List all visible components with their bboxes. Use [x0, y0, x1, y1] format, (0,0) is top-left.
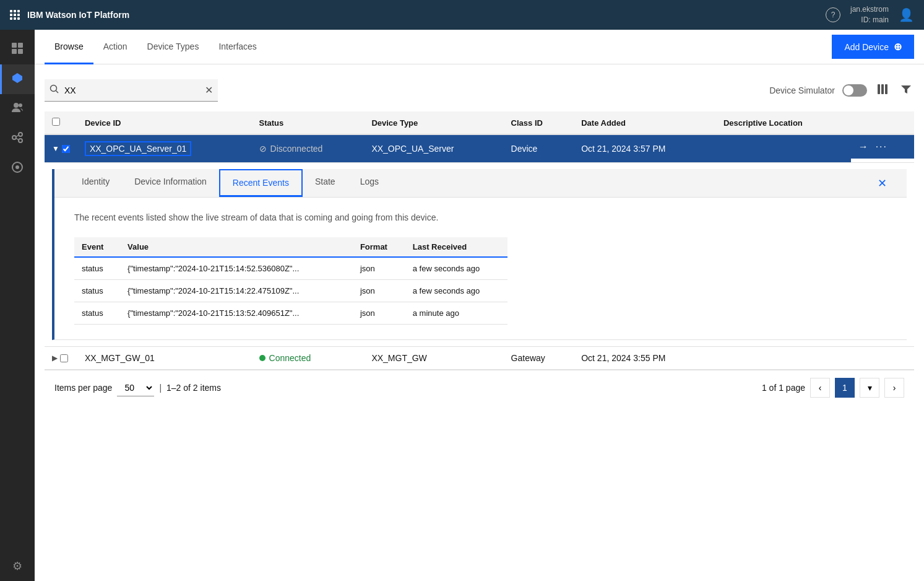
- sub-tab-state[interactable]: State: [303, 169, 348, 197]
- table-header: Device ID Status Device Type Class ID Da…: [45, 111, 914, 134]
- connected-dot-icon: [259, 355, 266, 361]
- header-date-added: Date Added: [574, 111, 716, 134]
- sidebar-item-apps[interactable]: [0, 35, 35, 64]
- sidebar-item-devices[interactable]: [0, 64, 35, 94]
- svg-rect-18: [885, 84, 887, 94]
- apps-icon: [12, 43, 23, 57]
- sub-tab-device-information[interactable]: Device Information: [122, 169, 219, 197]
- user-avatar-icon[interactable]: 👤: [899, 7, 914, 22]
- user-id: ID: main: [850, 15, 889, 25]
- row1-device-id: XX_OPC_UA_Server_01: [77, 134, 252, 163]
- disconnected-icon: ⊘: [259, 144, 267, 154]
- row1-device-type: XX_OPC_UA_Server: [364, 134, 503, 163]
- row1-more-icon[interactable]: ···: [876, 141, 887, 152]
- svg-point-14: [51, 85, 57, 92]
- username: jan.ekstrom: [850, 4, 889, 15]
- svg-point-8: [19, 133, 22, 136]
- device-simulator-label: Device Simulator: [769, 85, 835, 95]
- event3-value: {"timestamp":"2024-10-21T15:13:52.409651…: [120, 302, 353, 325]
- pagination-right: 1 of 1 page ‹ 1 ▾ ›: [762, 378, 904, 398]
- search-input[interactable]: [64, 85, 200, 95]
- device-simulator-toggle[interactable]: [842, 84, 867, 97]
- row1-navigate-icon[interactable]: →: [858, 141, 868, 152]
- event1-last-received: a few seconds ago: [405, 257, 507, 280]
- clear-search-icon[interactable]: ✕: [205, 84, 213, 96]
- svg-point-9: [19, 139, 22, 142]
- svg-point-13: [15, 165, 19, 169]
- events-col-value: Value: [120, 237, 353, 257]
- svg-point-5: [14, 103, 19, 108]
- header-class-id: Class ID: [504, 111, 574, 134]
- content-area: ✕ Device Simulator: [35, 64, 924, 415]
- row1-checkbox[interactable]: [62, 145, 70, 153]
- row2-device-type: XX_MGT_GW: [364, 347, 503, 370]
- close-expand-icon[interactable]: ✕: [873, 172, 892, 195]
- row2-status: Connected: [252, 347, 365, 370]
- members-icon: [11, 102, 24, 117]
- events-col-event: Event: [74, 237, 120, 257]
- sub-tab-recent-events[interactable]: Recent Events: [219, 169, 303, 197]
- event3-last-received: a minute ago: [405, 302, 507, 325]
- events-table-body: status {"timestamp":"2024-10-21T15:14:52…: [74, 257, 507, 325]
- items-per-page-label: Items per page: [54, 383, 112, 393]
- add-device-button[interactable]: Add Device ⊕: [832, 35, 914, 59]
- svg-point-7: [12, 136, 16, 139]
- user-info: jan.ekstrom ID: main: [850, 4, 889, 25]
- table-row-2[interactable]: ▶ XX_MGT_GW_01 Connected XX_MGT_GW Gatew…: [45, 347, 914, 370]
- table-body: ▼ XX_OPC_UA_Server_01 ⊘ Disconnected XX_…: [45, 134, 914, 370]
- sub-tab-logs[interactable]: Logs: [348, 169, 391, 197]
- sidebar-item-members[interactable]: [0, 94, 35, 124]
- pagination-bar: Items per page 50 25 100 | 1–2 of 2 item…: [45, 370, 914, 405]
- expand-panel-row: Identity Device Information Recent Event…: [45, 163, 914, 347]
- page-dropdown-button[interactable]: ▾: [860, 378, 879, 398]
- row2-checkbox[interactable]: [60, 354, 68, 362]
- items-per-page-select[interactable]: 50 25 100: [117, 380, 154, 396]
- pagination-separator: |: [159, 383, 162, 393]
- help-icon[interactable]: ?: [826, 7, 840, 22]
- page-info: 1 of 1 page: [762, 383, 805, 393]
- prev-page-button[interactable]: ‹: [810, 378, 830, 398]
- header-actions: [851, 111, 914, 134]
- event2-format: json: [353, 280, 405, 302]
- next-page-button[interactable]: ›: [884, 378, 904, 398]
- sub-tab-identity[interactable]: Identity: [69, 169, 122, 197]
- search-icon: [50, 84, 59, 96]
- select-all-checkbox[interactable]: [52, 118, 60, 126]
- nav-tabs: Browse Action Device Types Interfaces: [45, 30, 267, 64]
- tab-action[interactable]: Action: [93, 30, 137, 64]
- events-description: The recent events listed show the live s…: [74, 212, 887, 222]
- tab-device-types[interactable]: Device Types: [137, 30, 209, 64]
- header-checkbox-cell: [45, 111, 77, 134]
- columns-icon[interactable]: [874, 81, 891, 100]
- svg-line-10: [16, 135, 19, 137]
- row1-expand-cell: ▼: [45, 134, 77, 163]
- tab-browse[interactable]: Browse: [45, 30, 93, 64]
- sidebar: ⚙: [0, 30, 35, 581]
- svg-rect-3: [18, 49, 23, 54]
- events-table: Event Value Format Last Received: [74, 237, 507, 325]
- sidebar-item-analytics[interactable]: [0, 154, 35, 183]
- table-row[interactable]: ▼ XX_OPC_UA_Server_01 ⊘ Disconnected XX_…: [45, 134, 914, 163]
- filter-icon[interactable]: [898, 81, 914, 100]
- event-row-3: status {"timestamp":"2024-10-21T15:13:52…: [74, 302, 507, 325]
- row2-device-id: XX_MGT_GW_01: [77, 347, 252, 370]
- sidebar-item-connectors[interactable]: [0, 124, 35, 154]
- svg-rect-0: [12, 43, 17, 48]
- sidebar-item-settings[interactable]: ⚙: [0, 551, 35, 581]
- device-table: Device ID Status Device Type Class ID Da…: [45, 111, 914, 370]
- event2-name: status: [74, 280, 120, 302]
- secondary-nav: Browse Action Device Types Interfaces Ad…: [35, 30, 924, 64]
- nav-left: IBM Watson IoT Platform: [10, 10, 129, 20]
- current-page-button[interactable]: 1: [835, 378, 855, 398]
- row1-class-id: Device: [504, 134, 574, 163]
- svg-rect-2: [12, 49, 17, 54]
- chevron-right-icon[interactable]: ▶: [52, 354, 58, 362]
- event1-value: {"timestamp":"2024-10-21T15:14:52.536080…: [120, 257, 353, 280]
- chevron-down-icon[interactable]: ▼: [52, 144, 59, 153]
- grid-menu-icon[interactable]: [10, 10, 20, 20]
- tab-interfaces[interactable]: Interfaces: [209, 30, 266, 64]
- event3-name: status: [74, 302, 120, 325]
- header-device-type: Device Type: [364, 111, 503, 134]
- event-row-2: status {"timestamp":"2024-10-21T15:14:22…: [74, 280, 507, 302]
- sub-tabs: Identity Device Information Recent Event…: [54, 169, 907, 198]
